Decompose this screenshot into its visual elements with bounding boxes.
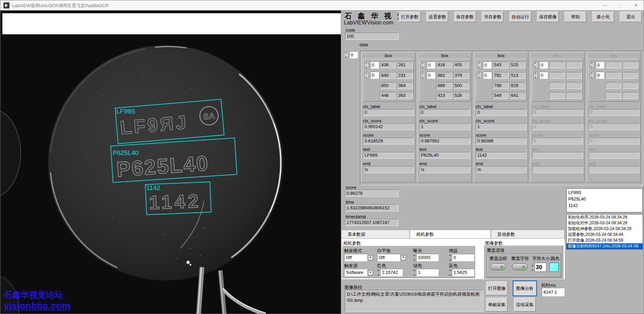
box-coordinate-cell — [549, 82, 565, 89]
continuous-grab-button[interactable]: 连续采集 — [514, 298, 536, 312]
score-label: score — [346, 185, 356, 190]
log-entry[interactable]: 打开图像,2026-03-24 08:34:59 — [567, 238, 643, 243]
blue-gain-field[interactable]: 1.5625 — [452, 269, 474, 276]
tab-camera-params[interactable]: 相机参数 — [410, 230, 491, 238]
camera-section-label: 相机参数 — [343, 240, 361, 246]
app-icon — [3, 2, 10, 8]
trigger-source-dropdown[interactable]: Software — [344, 269, 367, 276]
box-index-field[interactable]: 0 — [370, 62, 379, 69]
box-coordinate-cell: 792 — [493, 72, 509, 79]
overlay-border-led-button[interactable] — [490, 263, 506, 270]
box-index-field[interactable]: 0 — [427, 62, 435, 69]
cls-score-field: 0.950142 — [363, 123, 414, 130]
minimize-icon[interactable] — [597, 0, 612, 10]
box-index-field[interactable]: 0 — [596, 72, 604, 79]
char-size-field[interactable]: 30 — [534, 263, 547, 272]
green-gain-field[interactable]: 1 — [416, 269, 439, 276]
spinner-arrows-icon[interactable] — [413, 254, 416, 261]
white-balance-dropdown[interactable]: Off — [377, 254, 400, 261]
engraved-marking-line3: 1142 — [149, 190, 202, 213]
score-label: score — [588, 133, 639, 138]
data-index-field[interactable]: 0 — [349, 51, 358, 58]
gain-field[interactable]: 0 — [452, 254, 474, 261]
end-field: \n — [476, 166, 527, 173]
svg-text:SA: SA — [203, 111, 215, 121]
spinner-arrows-icon[interactable] — [377, 269, 380, 276]
log-entry[interactable]: 初始化控件,2026-03-24 08:34:29 — [567, 220, 643, 226]
char-size-label: 字符大小 — [532, 256, 550, 262]
log-entry[interactable]: 设置参数,2026-03-24 08:34:44 — [567, 232, 643, 238]
auto-run-button[interactable]: 自动运行 — [510, 12, 531, 22]
end-field — [588, 166, 639, 173]
box-index-spinner[interactable] — [590, 72, 594, 79]
box-cluster-label: box — [476, 53, 527, 59]
box-index-spinner[interactable] — [421, 72, 425, 79]
box-index-field[interactable]: 0 — [596, 62, 604, 69]
box-index-spinner[interactable] — [477, 62, 482, 69]
box-coordinate-cell: 436 — [380, 62, 396, 68]
score-field: 0.86278 — [345, 190, 399, 197]
box-index-spinner[interactable] — [477, 72, 482, 79]
open-image-button[interactable]: 打开图像 — [486, 281, 508, 295]
box-index-spinner[interactable] — [421, 62, 425, 69]
open-params-button[interactable]: 打开参数 — [399, 12, 421, 22]
red-gain-field[interactable]: 2.15742 — [380, 269, 403, 276]
box-index-field[interactable]: 0 — [427, 72, 435, 79]
analyze-image-button[interactable]: 图像分析 — [513, 281, 536, 296]
minimize-app-button[interactable]: 最小化 — [592, 12, 614, 22]
box-index-field[interactable]: 0 — [370, 72, 379, 79]
box-coordinate-cell — [622, 72, 638, 79]
maximize-icon — [613, 0, 628, 10]
box-coordinate-cell — [622, 92, 638, 99]
exit-button[interactable]: 退出 — [620, 12, 642, 22]
box-coordinate-cell: 513 — [510, 72, 526, 79]
tab-basic-data[interactable]: 基本数据 — [341, 230, 410, 238]
dropdown-arrow-icon[interactable] — [368, 270, 373, 275]
box-index-field[interactable]: 0 — [483, 72, 492, 79]
box-coordinate-cell: 798 — [493, 82, 509, 89]
save-as-params-button[interactable]: 另存参数 — [482, 12, 503, 22]
overlay-color-swatch[interactable] — [549, 263, 559, 272]
box-coordinate-cell: 364 — [397, 82, 413, 89]
log-entry[interactable]: 图像分析耗时6247.1ms,2026-03-24 08: — [567, 243, 643, 249]
dropdown-arrow-icon[interactable] — [368, 255, 373, 260]
box-index-field[interactable]: 0 — [539, 62, 548, 69]
box-coordinate-cell: 549 — [493, 92, 509, 99]
spinner-arrows-icon[interactable] — [413, 269, 416, 276]
image-path-field[interactable]: D:\工作文档\网站文章\方案\2026\03\电容表面字符识别机器视觉检测\0… — [345, 290, 483, 312]
box-index-spinner[interactable] — [364, 62, 369, 69]
brand-site: LabVIEWVision.com — [344, 20, 393, 26]
box-coordinate-cell: 446 — [380, 92, 396, 99]
blue-gain-label: 蓝色 — [449, 263, 475, 268]
tab-other-params[interactable]: 其他参数 — [491, 230, 565, 238]
app-window: LabVIEW使用Umi-OCR调用百度飞桨PaddleOCR — [0, 0, 644, 314]
cls-label-label: cls_label — [419, 104, 470, 109]
help-button[interactable]: 帮助 — [565, 12, 586, 22]
box-index-spinner[interactable] — [590, 62, 594, 69]
close-icon[interactable] — [628, 0, 644, 10]
set-params-button[interactable]: 设置参数 — [426, 12, 448, 22]
save-image-button[interactable]: 保存图像 — [537, 12, 559, 22]
cls-score-label: cls_score — [532, 118, 583, 123]
char-size-spinner[interactable] — [531, 264, 534, 272]
spinner-arrows-icon[interactable] — [449, 254, 452, 261]
score-field: 0 — [532, 138, 583, 144]
box-index-spinner[interactable] — [533, 72, 538, 79]
exposure-field[interactable]: 10000 — [416, 254, 439, 261]
box-index-spinner[interactable] — [533, 62, 538, 69]
box-index-spinner[interactable] — [364, 72, 369, 79]
data-index-spinner[interactable] — [344, 51, 349, 58]
trigger-mode-dropdown[interactable]: Off — [344, 254, 367, 261]
spinner-arrows-icon[interactable] — [449, 269, 452, 276]
single-grab-button[interactable]: 单帧采集 — [486, 298, 508, 312]
exposure-control: 10000 — [413, 254, 448, 262]
overlay-text-led-button[interactable] — [512, 263, 528, 270]
dropdown-arrow-icon[interactable] — [401, 255, 406, 260]
save-params-button[interactable]: 保存参数 — [454, 12, 476, 22]
box-index-field[interactable]: 0 — [539, 72, 548, 79]
log-entry[interactable]: 加载机种参数,2026-03-24 08:34:29 — [567, 226, 643, 232]
box-index-field[interactable]: 0 — [483, 62, 492, 69]
text-field — [532, 152, 583, 159]
log-listbox[interactable]: 初始化程序,2026-03-24 08:34:29初始化控件,2026-03-2… — [566, 214, 643, 249]
log-entry[interactable]: 初始化程序,2026-03-24 08:34:29 — [567, 214, 643, 220]
